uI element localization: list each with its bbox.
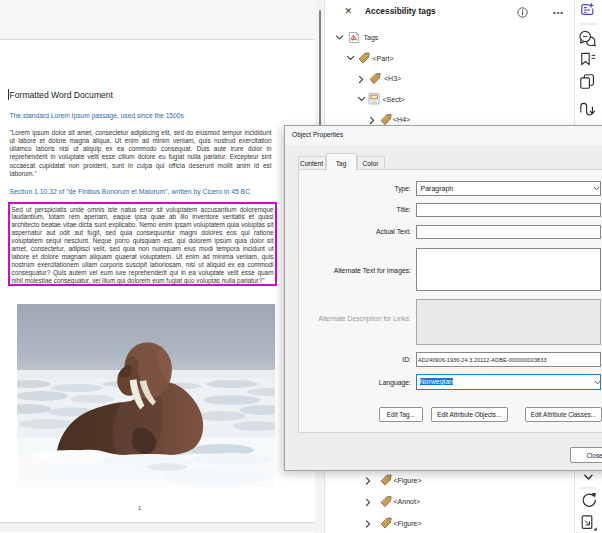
svg-text:<H4>: <H4> [393,116,410,123]
svg-text:<Figure>: <Figure> [394,520,422,528]
svg-text:<Sect>: <Sect> [383,96,405,103]
svg-text:Tags: Tags [364,34,379,42]
svg-text:<Figure>: <Figure> [394,477,422,485]
svg-text:<H3>: <H3> [384,75,401,82]
svg-text:<Part>: <Part> [373,55,394,62]
svg-text:<Annot>: <Annot> [394,498,420,505]
